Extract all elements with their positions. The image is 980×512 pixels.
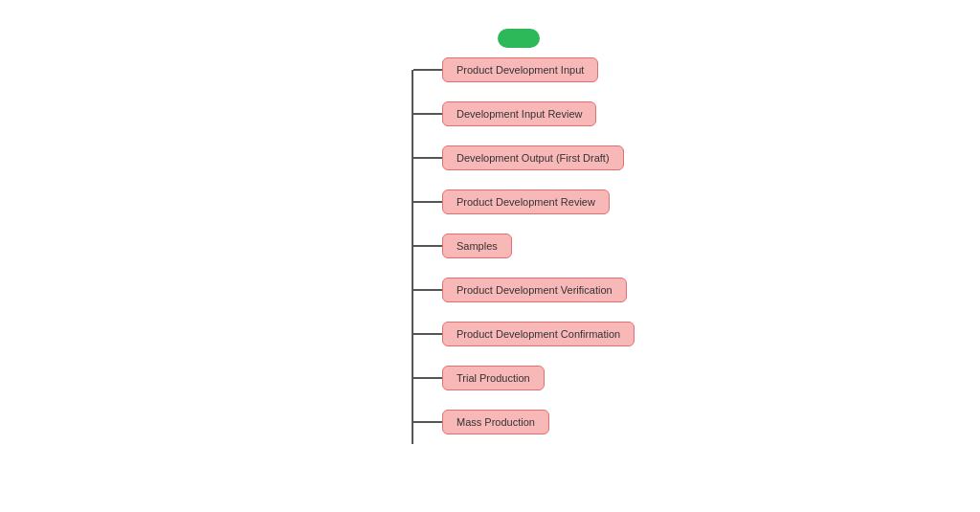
child-node: Trial Production bbox=[442, 366, 545, 390]
child-row: Product Development Input bbox=[413, 48, 635, 92]
child-node: Development Input Review bbox=[442, 101, 596, 126]
child-row: Development Output (First Draft) bbox=[413, 136, 635, 180]
child-node: Product Development Confirmation bbox=[442, 322, 635, 346]
horizontal-connector bbox=[413, 245, 442, 247]
child-node: Product Development Review bbox=[442, 189, 610, 214]
child-row: Product Development Review bbox=[413, 180, 635, 224]
horizontal-connector bbox=[413, 157, 442, 159]
child-row: Product Development Confirmation bbox=[413, 312, 635, 356]
child-row: Mass Production bbox=[413, 400, 635, 444]
horizontal-connector bbox=[413, 421, 442, 423]
child-row: Product Development Verification bbox=[413, 268, 635, 312]
root-node bbox=[498, 29, 540, 48]
child-node: Product Development Input bbox=[442, 57, 598, 82]
child-row: Samples bbox=[413, 224, 635, 268]
child-row: Trial Production bbox=[413, 356, 635, 400]
horizontal-connector bbox=[413, 113, 442, 115]
diagram-container: Product Development InputDevelopment Inp… bbox=[299, 19, 681, 444]
horizontal-connector bbox=[413, 69, 442, 71]
horizontal-connector bbox=[413, 201, 442, 203]
horizontal-connector bbox=[413, 377, 442, 379]
child-row: Development Input Review bbox=[413, 92, 635, 136]
child-node: Development Output (First Draft) bbox=[442, 145, 624, 170]
horizontal-connector bbox=[413, 333, 442, 335]
horizontal-connector bbox=[413, 289, 442, 291]
child-node: Product Development Verification bbox=[442, 278, 627, 302]
child-node: Mass Production bbox=[442, 410, 549, 434]
child-node: Samples bbox=[442, 234, 512, 258]
